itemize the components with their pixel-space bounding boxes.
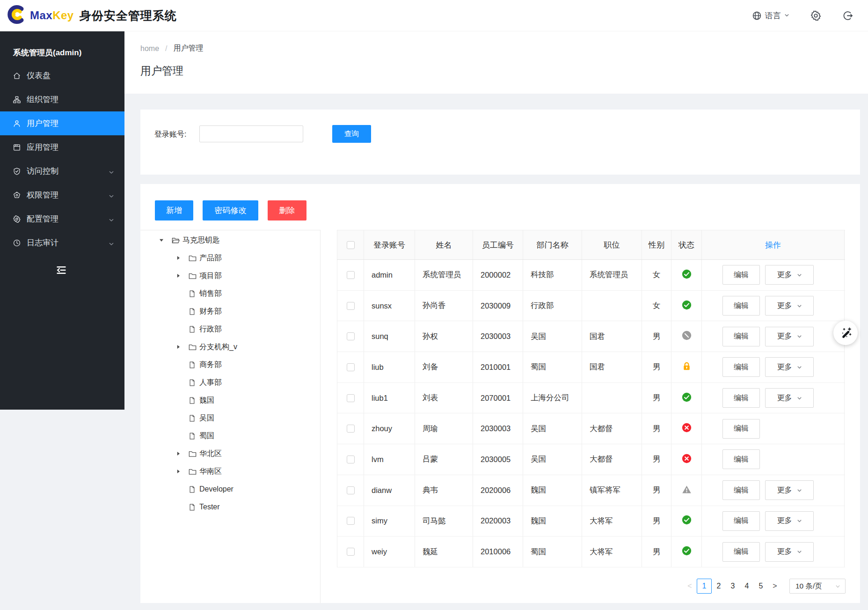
more-button[interactable]: 更多 xyxy=(765,480,814,500)
cell-gender: 男 xyxy=(642,444,671,475)
cell-employee-id: 2030003 xyxy=(473,413,523,444)
cell-status xyxy=(671,413,702,444)
cell-actions: 编辑更多 xyxy=(702,475,845,506)
delete-button[interactable]: 删除 xyxy=(268,200,306,220)
login-account-input[interactable] xyxy=(199,125,303,142)
pagination-page-5[interactable]: 5 xyxy=(754,579,768,594)
floating-action-button[interactable] xyxy=(833,321,858,345)
caret-right-icon[interactable] xyxy=(176,254,181,262)
cell-gender: 男 xyxy=(642,352,671,382)
row-checkbox[interactable] xyxy=(347,271,355,279)
row-checkbox[interactable] xyxy=(347,548,355,556)
tree-node-label: 销售部 xyxy=(199,289,222,299)
breadcrumb-home-link[interactable]: home xyxy=(140,44,159,53)
row-checkbox[interactable] xyxy=(347,302,355,310)
sidebar-item-dashboard[interactable]: 仪表盘 xyxy=(0,64,124,88)
menu-fold-icon[interactable] xyxy=(55,264,67,276)
pagination-next[interactable]: > xyxy=(768,579,782,594)
row-checkbox[interactable] xyxy=(347,332,355,340)
tree-node[interactable]: 商务部 xyxy=(140,356,320,374)
caret-right-icon[interactable] xyxy=(176,272,181,280)
cell-name: 刘表 xyxy=(415,383,473,413)
cell-name: 魏延 xyxy=(415,537,473,567)
tree-node[interactable]: 财务部 xyxy=(140,302,320,320)
pagination-page-2[interactable]: 2 xyxy=(712,579,726,594)
add-button[interactable]: 新增 xyxy=(155,200,193,220)
caret-right-icon[interactable] xyxy=(176,467,181,476)
caret-right-icon[interactable] xyxy=(176,449,181,458)
sidebar-item-permission[interactable]: 权限管理 xyxy=(0,183,124,207)
sidebar-item-application[interactable]: 应用管理 xyxy=(0,135,124,159)
tree-node[interactable]: 产品部 xyxy=(140,249,320,267)
change-password-button[interactable]: 密码修改 xyxy=(203,200,258,220)
table-row-sunsx: sunsx孙尚香2030009行政部女编辑更多 xyxy=(337,291,845,322)
more-button[interactable]: 更多 xyxy=(765,511,814,531)
row-checkbox[interactable] xyxy=(347,517,355,525)
edit-button[interactable]: 编辑 xyxy=(722,511,760,531)
select-all-checkbox[interactable] xyxy=(347,241,355,249)
cell-name: 吕蒙 xyxy=(415,444,473,475)
sidebar-item-organization[interactable]: 组织管理 xyxy=(0,88,124,111)
row-checkbox[interactable] xyxy=(347,425,355,433)
sidebar-item-shield[interactable]: 访问控制 xyxy=(0,159,124,183)
tree-node[interactable]: 分支机构_v xyxy=(140,338,320,356)
edit-button[interactable]: 编辑 xyxy=(722,357,760,377)
tree-node[interactable]: Tester xyxy=(140,498,320,516)
edit-button[interactable]: 编辑 xyxy=(722,419,760,439)
tree-node[interactable]: 项目部 xyxy=(140,267,320,285)
sidebar-item-user[interactable]: 用户管理 xyxy=(0,111,124,135)
title-section: home / 用户管理 用户管理 xyxy=(124,31,868,94)
more-button[interactable]: 更多 xyxy=(765,296,814,316)
tree-node[interactable]: 魏国 xyxy=(140,391,320,409)
more-button[interactable]: 更多 xyxy=(765,265,814,285)
pagination-page-4[interactable]: 4 xyxy=(740,579,754,594)
cell-gender: 男 xyxy=(642,537,671,567)
cell-status xyxy=(671,475,702,506)
clock-icon xyxy=(13,239,21,247)
sidebar-item-clock[interactable]: 日志审计 xyxy=(0,231,124,255)
cell-actions: 编辑更多 xyxy=(702,383,845,413)
row-checkbox[interactable] xyxy=(347,456,355,463)
tree-node[interactable]: 销售部 xyxy=(140,285,320,302)
caret-down-icon[interactable] xyxy=(159,236,164,244)
cell-actions: 编辑更多 xyxy=(702,537,845,567)
caret-right-icon[interactable] xyxy=(176,343,181,351)
tree-node[interactable]: 马克思钥匙 xyxy=(140,231,320,249)
row-checkbox[interactable] xyxy=(347,394,355,402)
file-icon xyxy=(188,432,199,440)
tree-node[interactable]: 华南区 xyxy=(140,463,320,480)
tree-node[interactable]: 吴国 xyxy=(140,409,320,427)
pagination-page-3[interactable]: 3 xyxy=(726,579,740,594)
edit-button[interactable]: 编辑 xyxy=(722,296,760,316)
sidebar-item-gear[interactable]: 配置管理 xyxy=(0,207,124,231)
page-size-select[interactable]: 10 条/页 xyxy=(789,579,846,594)
breadcrumb-current: 用户管理 xyxy=(173,44,203,53)
chevron-down-icon xyxy=(109,240,114,249)
tree-node[interactable]: Developer xyxy=(140,480,320,498)
edit-button[interactable]: 编辑 xyxy=(722,388,760,408)
magic-wand-icon xyxy=(839,325,852,340)
tree-node[interactable]: 行政部 xyxy=(140,320,320,338)
pagination-prev[interactable]: < xyxy=(683,579,697,594)
more-button[interactable]: 更多 xyxy=(765,327,814,346)
logout-icon[interactable] xyxy=(842,10,853,21)
edit-button[interactable]: 编辑 xyxy=(722,449,760,469)
cell-status xyxy=(671,291,702,321)
tree-node[interactable]: 华北区 xyxy=(140,445,320,463)
edit-button[interactable]: 编辑 xyxy=(722,265,760,285)
more-button[interactable]: 更多 xyxy=(765,542,814,562)
edit-button[interactable]: 编辑 xyxy=(722,480,760,500)
more-button[interactable]: 更多 xyxy=(765,388,814,408)
tree-node[interactable]: 人事部 xyxy=(140,374,320,391)
cell-account: weiy xyxy=(364,537,415,567)
row-checkbox[interactable] xyxy=(347,363,355,371)
more-button[interactable]: 更多 xyxy=(765,357,814,377)
tree-node[interactable]: 蜀国 xyxy=(140,427,320,445)
edit-button[interactable]: 编辑 xyxy=(722,327,760,346)
row-checkbox[interactable] xyxy=(347,486,355,494)
query-button[interactable]: 查询 xyxy=(332,125,371,143)
pagination-page-1[interactable]: 1 xyxy=(697,579,712,594)
settings-gear-icon[interactable] xyxy=(810,10,822,22)
edit-button[interactable]: 编辑 xyxy=(722,542,760,562)
language-menu[interactable]: 语言 xyxy=(752,10,789,21)
